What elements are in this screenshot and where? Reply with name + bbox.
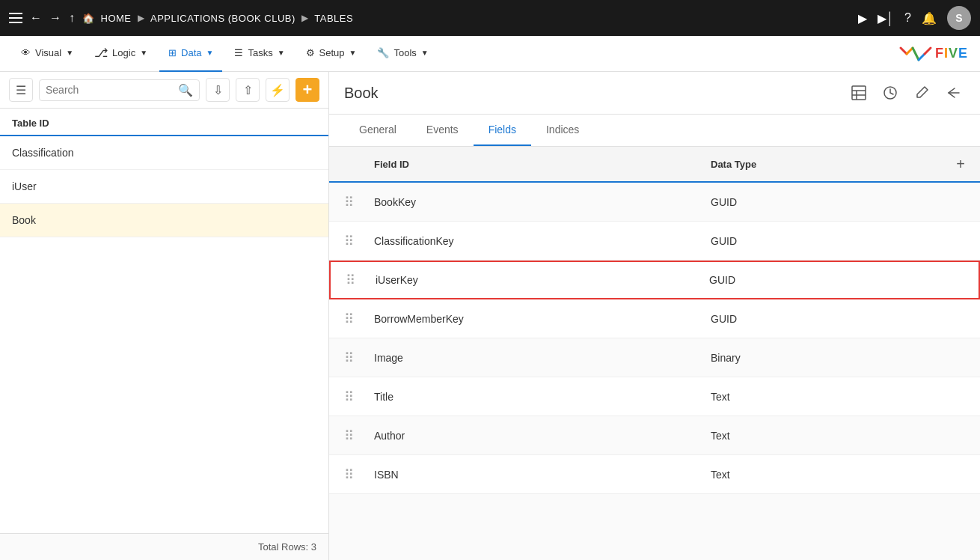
gear-icon: ⚙: [306, 47, 315, 58]
tab-events[interactable]: Events: [411, 115, 474, 146]
nav-label-data: Data: [181, 47, 201, 58]
sidebar-footer: Total Rows: 3: [0, 533, 328, 560]
tab-indices[interactable]: Indices: [531, 115, 594, 146]
drag-handle-isbn[interactable]: [344, 466, 374, 483]
main-content: ☰ 🔍 ⇩ ⇧ ⚡ + Table ID Classification iUse…: [0, 72, 980, 560]
svg-rect-5: [852, 86, 866, 100]
table-row[interactable]: Author Text: [329, 416, 980, 455]
data-type-classificationkey: GUID: [711, 235, 935, 247]
field-id-image: Image: [374, 352, 711, 364]
breadcrumb-tables[interactable]: TABLES: [314, 13, 353, 24]
table-view-button[interactable]: [847, 81, 871, 105]
flash-button[interactable]: ⚡: [266, 78, 290, 102]
eye-icon: 👁: [21, 47, 31, 58]
sidebar-item-iuser[interactable]: iUser: [0, 170, 328, 204]
data-chevron: ▼: [206, 49, 214, 57]
nav-item-tasks[interactable]: ☰ Tasks ▼: [225, 36, 293, 72]
sidebar-item-classification[interactable]: Classification: [0, 136, 328, 170]
breadcrumb-chevron-2: ▶: [301, 13, 309, 23]
sidebar-list: Classification iUser Book: [0, 136, 328, 533]
table-row[interactable]: Image Binary: [329, 338, 980, 377]
table-row[interactable]: ISBN Text: [329, 455, 980, 494]
table-row-selected[interactable]: iUserKey GUID: [329, 261, 980, 299]
five-logo-svg: [898, 45, 934, 63]
tools-chevron: ▼: [421, 49, 429, 57]
upload-button[interactable]: ⇧: [236, 78, 260, 102]
history-icon: [883, 85, 898, 100]
tabs-bar: General Events Fields Indices: [329, 115, 980, 147]
breadcrumb-home[interactable]: HOME: [101, 13, 132, 24]
secondary-nav: 👁 Visual ▼ ⎇ Logic ▼ ⊞ Data ▼ ☰ Tasks ▼ …: [0, 36, 980, 72]
table-view-icon: [851, 85, 866, 100]
th-add: +: [935, 156, 965, 173]
back-button[interactable]: ←: [30, 11, 42, 25]
drag-handle-title[interactable]: [344, 389, 374, 405]
drag-handle-borrowmemberkey[interactable]: [344, 311, 374, 327]
tasks-icon: ☰: [234, 47, 243, 58]
nav-item-tools[interactable]: 🔧 Tools ▼: [368, 36, 437, 72]
tab-general[interactable]: General: [344, 115, 411, 146]
top-bar-left: ← → ↑ 🏠 HOME ▶ APPLICATIONS (BOOK CLUB) …: [9, 11, 852, 25]
help-button[interactable]: ?: [904, 11, 911, 25]
download-button[interactable]: ⇩: [206, 78, 230, 102]
field-id-borrowmemberkey: BorrowMemberKey: [374, 313, 711, 325]
drag-handle-author[interactable]: [344, 427, 374, 444]
svg-line-1: [907, 48, 913, 54]
data-type-iuserkey: GUID: [709, 274, 934, 286]
tools-icon: 🔧: [377, 47, 389, 58]
table-icon: ⊞: [168, 47, 177, 58]
page-title: Book: [344, 85, 379, 102]
nav-item-logic[interactable]: ⎇ Logic ▼: [85, 36, 156, 72]
nav-item-visual[interactable]: 👁 Visual ▼: [12, 36, 82, 72]
sidebar-filter-button[interactable]: ☰: [9, 78, 33, 102]
hamburger-menu[interactable]: [9, 13, 22, 23]
preview-button[interactable]: ▶│: [878, 11, 894, 25]
data-type-bookkey: GUID: [711, 196, 935, 208]
field-id-bookkey: BookKey: [374, 196, 711, 208]
run-button[interactable]: ▶: [858, 11, 867, 25]
table-row[interactable]: BorrowMemberKey GUID: [329, 299, 980, 338]
table-row[interactable]: Title Text: [329, 377, 980, 416]
add-field-button[interactable]: +: [956, 156, 965, 173]
nav-item-setup[interactable]: ⚙ Setup ▼: [297, 36, 366, 72]
drag-handle-iuserkey[interactable]: [346, 272, 376, 288]
field-id-author: Author: [374, 430, 711, 442]
th-data-type: Data Type: [711, 159, 935, 170]
data-type-author: Text: [711, 430, 935, 442]
sidebar-search-container: 🔍: [39, 79, 200, 101]
search-input[interactable]: [46, 84, 174, 96]
drag-handle-bookkey[interactable]: [344, 194, 374, 210]
nav-item-data[interactable]: ⊞ Data ▼: [159, 36, 222, 72]
sidebar-header: Table ID: [0, 109, 328, 136]
fields-table: Field ID Data Type + BookKey GUID Classi…: [329, 147, 980, 560]
breadcrumb: 🏠 HOME ▶ APPLICATIONS (BOOK CLUB) ▶ TABL…: [82, 13, 353, 24]
back-panel-button[interactable]: [941, 81, 965, 105]
data-type-image: Binary: [711, 352, 935, 364]
drag-handle-classificationkey[interactable]: [344, 233, 374, 249]
sidebar-toolbar: ☰ 🔍 ⇩ ⇧ ⚡ +: [0, 72, 328, 109]
right-panel: Book: [329, 72, 980, 560]
data-type-isbn: Text: [711, 469, 935, 481]
avatar[interactable]: S: [947, 6, 971, 30]
logic-chevron: ▼: [140, 49, 147, 57]
five-logo: FIVE: [898, 45, 968, 63]
search-icon: 🔍: [178, 83, 193, 97]
add-table-button[interactable]: +: [295, 78, 319, 102]
table-row[interactable]: BookKey GUID: [329, 183, 980, 222]
history-button[interactable]: [878, 81, 902, 105]
sidebar-item-book[interactable]: Book: [0, 204, 328, 237]
breadcrumb-app[interactable]: APPLICATIONS (BOOK CLUB): [150, 13, 295, 24]
visual-chevron: ▼: [66, 49, 73, 57]
field-id-iuserkey: iUserKey: [376, 274, 709, 286]
top-bar: ← → ↑ 🏠 HOME ▶ APPLICATIONS (BOOK CLUB) …: [0, 0, 980, 36]
edit-button[interactable]: [910, 81, 934, 105]
forward-button[interactable]: →: [49, 11, 61, 25]
data-type-borrowmemberkey: GUID: [711, 313, 935, 325]
nav-label-tools: Tools: [393, 47, 416, 58]
notifications-button[interactable]: 🔔: [922, 11, 937, 25]
nav-label-logic: Logic: [112, 47, 135, 58]
table-row[interactable]: ClassificationKey GUID: [329, 222, 980, 261]
tab-fields[interactable]: Fields: [474, 115, 531, 146]
up-button[interactable]: ↑: [69, 11, 75, 25]
drag-handle-image[interactable]: [344, 350, 374, 366]
